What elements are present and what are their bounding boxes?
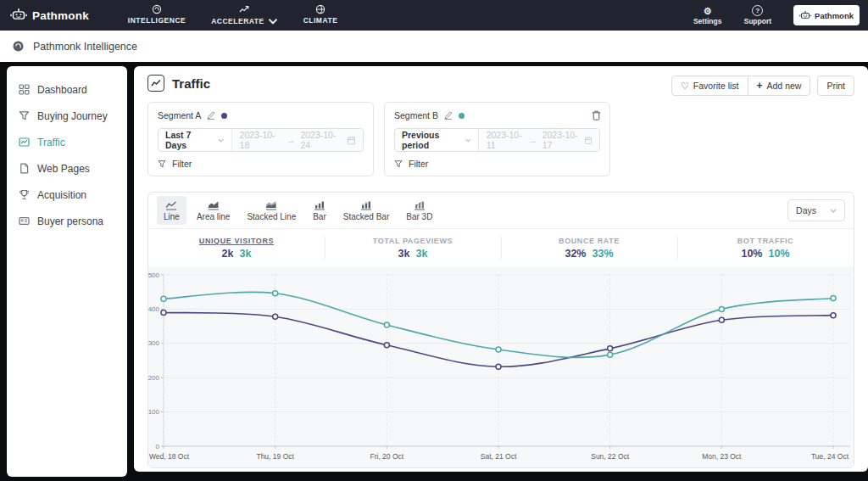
- segment-a-range-select[interactable]: Last 7 Days: [159, 129, 231, 151]
- metric-unique-visitors: UNIQUE VISITORS 2k3k: [148, 229, 325, 266]
- data-point[interactable]: [496, 347, 501, 352]
- data-point[interactable]: [273, 314, 278, 319]
- sidebar-item-traffic[interactable]: Traffic: [7, 129, 127, 155]
- metric-values: 2k3k: [222, 248, 252, 260]
- chart-type-tab-bar[interactable]: Bar: [306, 196, 333, 225]
- metric-total-pageviews: TOTAL PAGEVIEWS 3k3k: [325, 229, 501, 266]
- segment-b-filter-button[interactable]: Filter: [394, 159, 428, 169]
- chart-type-tab-bar-3d[interactable]: Bar 3D: [399, 196, 439, 225]
- y-axis-label: 100: [148, 408, 160, 416]
- chart-type-tab-line[interactable]: Line: [157, 196, 186, 225]
- y-axis-label: 200: [148, 374, 160, 382]
- y-axis-label: 300: [148, 339, 160, 347]
- segment-b-card: Segment B Previous period 2023-10-11 → 2…: [384, 102, 610, 176]
- trash-icon: [592, 110, 601, 120]
- edit-pencil-icon[interactable]: [444, 111, 453, 120]
- pathmonk-account-button[interactable]: Pathmonk: [793, 5, 860, 25]
- add-new-button[interactable]: + Add new: [748, 76, 810, 95]
- x-axis-label: Tue, 24 Oct: [811, 452, 849, 461]
- metric-values: 10%10%: [741, 248, 789, 260]
- accelerate-icon: [239, 4, 249, 14]
- bar-tab-icon: [314, 200, 326, 210]
- subheader-bar: Pathmonk Intelligence: [0, 31, 868, 62]
- segment-b-date-range[interactable]: 2023-10-11 → 2023-10-17: [478, 129, 599, 151]
- pathmonk-intelligence-logo-icon: [12, 40, 25, 53]
- metric-label[interactable]: UNIQUE VISITORS: [199, 237, 274, 245]
- gear-icon: ⚙: [704, 6, 712, 16]
- data-point[interactable]: [161, 296, 166, 301]
- data-point[interactable]: [608, 352, 613, 357]
- question-icon: ?: [752, 5, 763, 16]
- delete-segment-button[interactable]: [592, 110, 601, 120]
- climate-globe-icon: [315, 4, 326, 14]
- stacked-line-tab-icon: [265, 200, 277, 210]
- arrow-right-icon: →: [528, 135, 537, 145]
- segment-a-color-dot: [221, 113, 227, 119]
- chart-type-tab-area-line[interactable]: Area line: [190, 196, 236, 225]
- metric-label[interactable]: TOTAL PAGEVIEWS: [373, 237, 453, 245]
- sidebar-item-web-pages[interactable]: Web Pages: [7, 155, 127, 182]
- document-icon: [19, 163, 30, 174]
- x-axis-label: Sat, 21 Oct: [481, 452, 517, 461]
- metric-label[interactable]: BOT TRAFFIC: [737, 237, 794, 245]
- x-axis-label: Fri, 20 Oct: [370, 452, 403, 461]
- chart-type-tab-stacked-bar[interactable]: Stacked Bar: [337, 196, 396, 225]
- data-point[interactable]: [496, 364, 501, 369]
- nav-item-accelerate[interactable]: ACCELERATE: [211, 4, 277, 26]
- x-axis-label: Sun, 22 Oct: [591, 452, 630, 461]
- settings-button[interactable]: ⚙ Settings: [693, 6, 722, 25]
- data-point[interactable]: [608, 346, 613, 351]
- filter-funnel-icon: [158, 160, 166, 168]
- edit-pencil-icon[interactable]: [207, 111, 215, 120]
- calendar-icon: [585, 136, 592, 145]
- y-axis-label: 0: [156, 443, 160, 450]
- subheader-title: Pathmonk Intelligence: [33, 41, 137, 53]
- x-axis-label: Wed, 18 Oct: [149, 452, 190, 461]
- support-button[interactable]: ? Support: [743, 5, 771, 25]
- trophy-icon: [19, 189, 30, 200]
- segment-a-name: Segment A: [158, 110, 201, 120]
- print-button[interactable]: Print: [817, 76, 854, 96]
- data-point[interactable]: [831, 313, 836, 318]
- filter-funnel-icon: [394, 160, 403, 168]
- traffic-line-chart: 0100200300400500Wed, 18 OctThu, 19 OctFr…: [148, 266, 854, 468]
- segment-a-date-range[interactable]: 2023-10-18 → 2023-10-24: [231, 129, 363, 151]
- y-axis-label: 500: [148, 271, 160, 279]
- sidebar-item-dashboard[interactable]: Dashboard: [7, 76, 127, 103]
- data-point[interactable]: [161, 310, 166, 315]
- x-axis-label: Mon, 23 Oct: [702, 452, 742, 461]
- nav-item-climate[interactable]: CLIMATE: [303, 4, 338, 26]
- chart-type-tab-stacked-line[interactable]: Stacked Line: [240, 196, 303, 225]
- data-point[interactable]: [719, 306, 724, 311]
- chevron-down-icon: [268, 16, 278, 26]
- area-line-tab-icon: [208, 200, 220, 210]
- chevron-down-icon: [830, 209, 837, 213]
- y-axis-label: 400: [148, 305, 160, 313]
- metric-bot-traffic: BOT TRAFFIC 10%10%: [677, 229, 854, 266]
- data-point[interactable]: [384, 343, 389, 348]
- sidebar-item-buyer-persona[interactable]: Buyer persona: [7, 208, 127, 234]
- favorite-list-button[interactable]: ♡ Favorite list: [672, 76, 748, 95]
- segment-b-range-select[interactable]: Previous period: [395, 129, 478, 151]
- page-header: Traffic ♡ Favorite list + Add new Print: [147, 75, 854, 97]
- segment-b-range-control: Previous period 2023-10-11 → 2023-10-17: [394, 128, 600, 152]
- brand-name: Pathmonk: [32, 9, 89, 22]
- interval-select[interactable]: Days: [787, 199, 845, 221]
- pathmonk-logo[interactable]: Pathmonk: [10, 8, 89, 23]
- data-point[interactable]: [831, 295, 836, 300]
- metric-values: 3k3k: [398, 248, 428, 260]
- sidebar-item-buying-journey[interactable]: Buying Journey: [7, 103, 127, 129]
- nav-item-intelligence[interactable]: INTELLIGENCE: [128, 4, 186, 26]
- data-point[interactable]: [719, 317, 724, 322]
- metric-bounce-rate: BOUNCE RATE 32%33%: [501, 229, 677, 266]
- data-point[interactable]: [384, 322, 389, 327]
- nav-items: INTELLIGENCE ACCELERATE CLIMATE: [128, 4, 337, 26]
- arrow-right-icon: →: [287, 135, 296, 145]
- segment-a-filter-button[interactable]: Filter: [158, 159, 192, 169]
- metric-label[interactable]: BOUNCE RATE: [559, 237, 620, 245]
- line-tab-icon: [165, 200, 177, 210]
- data-point[interactable]: [273, 291, 278, 296]
- robot-logo-icon: [10, 8, 27, 23]
- segment-b-name: Segment B: [394, 110, 438, 120]
- sidebar-item-acquisition[interactable]: Acquisition: [7, 182, 127, 208]
